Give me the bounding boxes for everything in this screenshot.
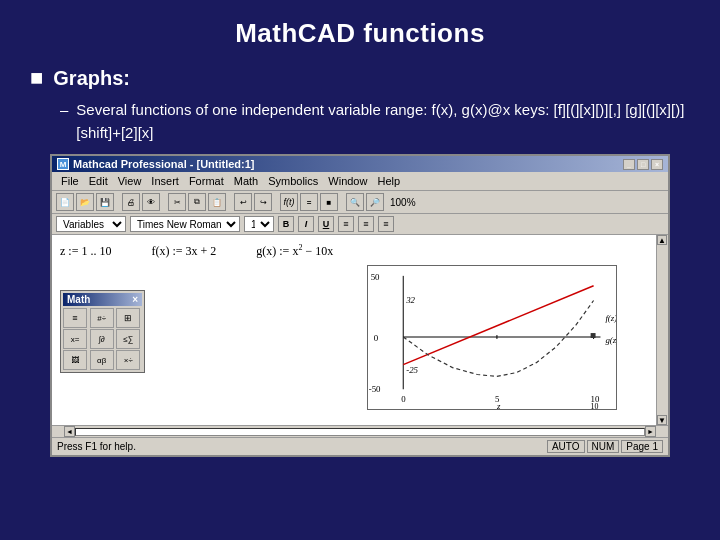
win-content: z := 1 .. 10 f(x) := 3x + 2 g(x) := x2 −…	[52, 235, 668, 425]
svg-text:-25: -25	[406, 365, 418, 375]
toolbar-cut[interactable]: ✂	[168, 193, 186, 211]
sub-bullets: – Several functions of one independent v…	[30, 99, 690, 144]
scroll-right[interactable]: ►	[645, 426, 656, 437]
menu-help[interactable]: Help	[372, 174, 405, 188]
scroll-up[interactable]: ▲	[657, 235, 667, 245]
math-toolbar: Math × ≡ #÷ ⊞ x= ∫∂ ≤∑ 🖼 αβ ×÷	[60, 290, 145, 373]
minimize-button[interactable]: _	[623, 159, 635, 170]
slide-title: MathCAD functions	[235, 18, 485, 49]
menu-math[interactable]: Math	[229, 174, 263, 188]
toolbar-block[interactable]: ■	[320, 193, 338, 211]
scroll-left[interactable]: ◄	[64, 426, 75, 437]
win-formatbar: Variables Times New Roman 10 B I U ≡ ≡ ≡	[52, 214, 668, 235]
toolbar-equals[interactable]: =	[300, 193, 318, 211]
math-btn-4[interactable]: x=	[63, 329, 87, 349]
win-controls[interactable]: _ □ ×	[623, 159, 663, 170]
svg-text:0: 0	[374, 333, 379, 343]
status-num: NUM	[587, 440, 620, 453]
math-btn-2[interactable]: #÷	[90, 308, 114, 328]
toolbar-paste[interactable]: 📋	[208, 193, 226, 211]
toolbar-copy[interactable]: ⧉	[188, 193, 206, 211]
toolbar-save[interactable]: 💾	[96, 193, 114, 211]
statusbar-right: AUTO NUM Page 1	[547, 440, 663, 453]
close-button[interactable]: ×	[651, 159, 663, 170]
menu-format[interactable]: Format	[184, 174, 229, 188]
menu-file[interactable]: File	[56, 174, 84, 188]
svg-text:0: 0	[401, 394, 406, 404]
bullet-icon: ■	[30, 65, 43, 91]
scroll-track	[75, 428, 645, 436]
math-btn-8[interactable]: αβ	[90, 350, 114, 370]
align-left[interactable]: ≡	[338, 216, 354, 232]
toolbar-redo[interactable]: ↪	[254, 193, 272, 211]
bullet-main-text: Graphs:	[53, 65, 130, 91]
scroll-down[interactable]: ▼	[657, 415, 667, 425]
status-help: Press F1 for help.	[57, 441, 136, 452]
gx-formula: g(x) := x2 − 10x	[256, 243, 333, 259]
font-dropdown[interactable]: Times New Roman	[130, 216, 240, 232]
toolbar-open[interactable]: 📂	[76, 193, 94, 211]
menu-window[interactable]: Window	[323, 174, 372, 188]
graph-area: 50 0 -50 32 -25 0 5 10 z 10	[367, 265, 617, 410]
math-btn-1[interactable]: ≡	[63, 308, 87, 328]
win-titlebar: M Mathcad Professional - [Untitled:1] _ …	[52, 156, 668, 172]
bullet-section: ■ Graphs: – Several functions of one ind…	[30, 65, 690, 154]
win-menubar: File Edit View Insert Format Math Symbol…	[52, 172, 668, 191]
svg-text:50: 50	[371, 272, 380, 282]
range-formula: z := 1 .. 10	[60, 244, 111, 259]
mathcad-window: M Mathcad Professional - [Untitled:1] _ …	[50, 154, 670, 457]
svg-text:z: z	[496, 401, 501, 409]
underline-button[interactable]: U	[318, 216, 334, 232]
math-btn-7[interactable]: 🖼	[63, 350, 87, 370]
math-toolbar-grid: ≡ #÷ ⊞ x= ∫∂ ≤∑ 🖼 αβ ×÷	[63, 308, 142, 370]
scrollbar-vertical[interactable]: ▲ ▼	[656, 235, 668, 425]
math-btn-5[interactable]: ∫∂	[90, 329, 114, 349]
math-btn-3[interactable]: ⊞	[116, 308, 140, 328]
sub-text-1: Several functions of one independent var…	[76, 99, 690, 144]
variables-dropdown[interactable]: Variables	[56, 216, 126, 232]
bullet-main: ■ Graphs:	[30, 65, 690, 91]
sub-dash: –	[60, 99, 68, 122]
math-toolbar-label: Math	[67, 294, 90, 305]
scrollbar-horizontal[interactable]: ◄ ►	[52, 425, 668, 437]
graph-svg: 50 0 -50 32 -25 0 5 10 z 10	[368, 266, 616, 409]
win-title: Mathcad Professional - [Untitled:1]	[73, 158, 255, 170]
align-center[interactable]: ≡	[358, 216, 374, 232]
maximize-button[interactable]: □	[637, 159, 649, 170]
svg-text:32: 32	[405, 296, 415, 306]
menu-symbolics[interactable]: Symbolics	[263, 174, 323, 188]
menu-insert[interactable]: Insert	[146, 174, 184, 188]
toolbar-zoom-out[interactable]: 🔍	[346, 193, 364, 211]
svg-text:g(z): g(z)	[605, 335, 616, 345]
win-toolbar: 📄 📂 💾 🖨 👁 ✂ ⧉ 📋 ↩ ↪ f(t) = ■ 🔍 🔎 100%	[52, 191, 668, 214]
slide: MathCAD functions ■ Graphs: – Several fu…	[0, 0, 720, 540]
size-dropdown[interactable]: 10	[244, 216, 274, 232]
align-right[interactable]: ≡	[378, 216, 394, 232]
svg-rect-17	[591, 333, 596, 338]
toolbar-undo[interactable]: ↩	[234, 193, 252, 211]
math-btn-9[interactable]: ×÷	[116, 350, 140, 370]
math-toolbar-title: Math ×	[63, 293, 142, 306]
mathcad-icon: M	[57, 158, 69, 170]
bold-button[interactable]: B	[278, 216, 294, 232]
svg-text:-50: -50	[369, 385, 381, 395]
toolbar-new[interactable]: 📄	[56, 193, 74, 211]
svg-text:10: 10	[591, 402, 599, 409]
sub-bullet-1: – Several functions of one independent v…	[60, 99, 690, 144]
status-auto: AUTO	[547, 440, 585, 453]
formula-row: z := 1 .. 10 f(x) := 3x + 2 g(x) := x2 −…	[60, 243, 333, 259]
menu-view[interactable]: View	[113, 174, 147, 188]
toolbar-zoom-in[interactable]: 🔎	[366, 193, 384, 211]
svg-text:f(z): f(z)	[605, 314, 616, 324]
fx-formula: f(x) := 3x + 2	[151, 244, 216, 259]
menu-edit[interactable]: Edit	[84, 174, 113, 188]
italic-button[interactable]: I	[298, 216, 314, 232]
toolbar-preview[interactable]: 👁	[142, 193, 160, 211]
svg-line-14	[403, 286, 593, 365]
math-toolbar-close[interactable]: ×	[132, 294, 138, 305]
toolbar-fx[interactable]: f(t)	[280, 193, 298, 211]
toolbar-print[interactable]: 🖨	[122, 193, 140, 211]
zoom-label: 100%	[390, 197, 416, 208]
status-page: Page 1	[621, 440, 663, 453]
math-btn-6[interactable]: ≤∑	[116, 329, 140, 349]
